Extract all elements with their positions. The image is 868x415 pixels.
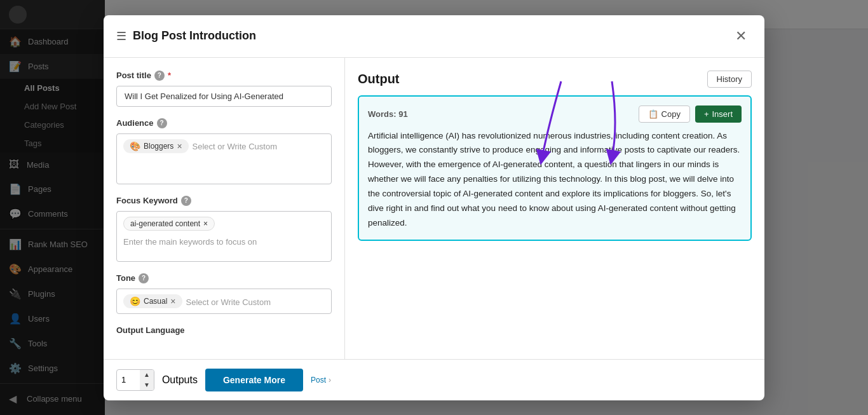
post-title-field-group: Post title ? * bbox=[116, 71, 332, 107]
audience-tag-emoji: 🎨 bbox=[130, 141, 140, 151]
blog-post-introduction-modal: ☰ Blog Post Introduction ✕ Post title ? … bbox=[104, 15, 764, 400]
tone-tag-label: Casual bbox=[144, 297, 167, 306]
outputs-stepper[interactable]: 1 ▲ ▼ bbox=[116, 369, 154, 391]
output-language-field-group: Output Language bbox=[116, 325, 332, 335]
focus-keyword-help-icon[interactable]: ? bbox=[181, 196, 191, 206]
copy-icon: 📋 bbox=[648, 109, 658, 119]
insert-button[interactable]: + Insert bbox=[695, 105, 742, 123]
output-meta: Words: 91 📋 Copy + Insert bbox=[368, 105, 742, 123]
stepper-down-button[interactable]: ▼ bbox=[140, 380, 154, 390]
footer-post-link[interactable]: Post bbox=[311, 376, 326, 384]
output-title: Output bbox=[358, 72, 400, 86]
outputs-label: Outputs bbox=[162, 374, 198, 386]
keyword-tag-remove[interactable]: × bbox=[203, 219, 208, 228]
post-title-label: Post title ? * bbox=[116, 71, 332, 81]
audience-tag-remove[interactable]: × bbox=[177, 142, 182, 151]
keyword-tag-label: ai-generated content bbox=[130, 219, 200, 228]
copy-button[interactable]: 📋 Copy bbox=[639, 105, 690, 123]
generate-more-button[interactable]: Generate More bbox=[205, 369, 303, 391]
history-button[interactable]: History bbox=[707, 71, 752, 88]
post-title-input[interactable] bbox=[116, 86, 332, 107]
audience-label: Audience ? bbox=[116, 118, 332, 128]
outputs-input[interactable]: 1 bbox=[117, 372, 140, 387]
stepper-buttons: ▲ ▼ bbox=[140, 370, 154, 390]
modal-footer: 1 ▲ ▼ Outputs Generate More Post › bbox=[104, 359, 764, 400]
footer-breadcrumb: Post › bbox=[311, 376, 331, 384]
keyword-tag: ai-generated content × bbox=[123, 217, 215, 231]
breadcrumb-separator: › bbox=[329, 376, 331, 384]
audience-tag-bloggers: 🎨 Bloggers × bbox=[123, 139, 189, 153]
modal-close-button[interactable]: ✕ bbox=[730, 25, 752, 47]
output-box: Words: 91 📋 Copy + Insert bbox=[358, 95, 752, 242]
tone-label: Tone ? bbox=[116, 273, 332, 283]
tone-tag-remove[interactable]: × bbox=[170, 297, 175, 306]
audience-field-group: Audience ? 🎨 Bloggers × Select or Write … bbox=[116, 118, 332, 184]
focus-keyword-field-group: Focus Keyword ? ai-generated content × E… bbox=[116, 196, 332, 262]
stepper-up-button[interactable]: ▲ bbox=[140, 370, 154, 380]
insert-icon: + bbox=[704, 109, 709, 119]
tone-tag-casual: 😊 Casual × bbox=[123, 294, 182, 308]
output-language-label: Output Language bbox=[116, 325, 332, 335]
tone-placeholder: Select or Write Custom bbox=[186, 297, 271, 307]
output-actions: 📋 Copy + Insert bbox=[639, 105, 742, 123]
modal-body: Post title ? * Audience ? 🎨 bbox=[104, 58, 764, 359]
focus-keyword-tag-input[interactable]: ai-generated content × Enter the main ke… bbox=[116, 211, 332, 262]
tone-tag-emoji: 😊 bbox=[130, 296, 140, 306]
modal-overlay: ☰ Blog Post Introduction ✕ Post title ? … bbox=[0, 0, 868, 415]
tone-help-icon[interactable]: ? bbox=[139, 273, 149, 283]
tone-field-group: Tone ? 😊 Casual × Select or Write Custom bbox=[116, 273, 332, 314]
focus-keyword-label: Focus Keyword ? bbox=[116, 196, 332, 206]
modal-header: ☰ Blog Post Introduction ✕ bbox=[104, 15, 764, 58]
modal-left-panel: Post title ? * Audience ? 🎨 bbox=[104, 58, 345, 359]
modal-right-panel: Output History Words: 91 📋 Copy bbox=[345, 58, 764, 359]
audience-tag-label: Bloggers bbox=[144, 142, 173, 151]
tone-tag-input[interactable]: 😊 Casual × Select or Write Custom bbox=[116, 289, 332, 314]
modal-title: Blog Post Introduction bbox=[133, 29, 730, 43]
output-text: Artificial intelligence (AI) has revolut… bbox=[368, 129, 742, 231]
focus-keyword-placeholder: Enter the main keywords to focus on bbox=[123, 237, 257, 247]
audience-help-icon[interactable]: ? bbox=[157, 118, 167, 128]
audience-placeholder: Select or Write Custom bbox=[193, 142, 277, 153]
required-indicator: * bbox=[168, 71, 171, 80]
post-title-help-icon[interactable]: ? bbox=[154, 71, 165, 81]
modal-header-icon: ☰ bbox=[116, 29, 126, 43]
audience-tag-input[interactable]: 🎨 Bloggers × Select or Write Custom bbox=[116, 133, 332, 184]
words-count: Words: 91 bbox=[368, 109, 408, 119]
output-header: Output History bbox=[358, 71, 752, 88]
